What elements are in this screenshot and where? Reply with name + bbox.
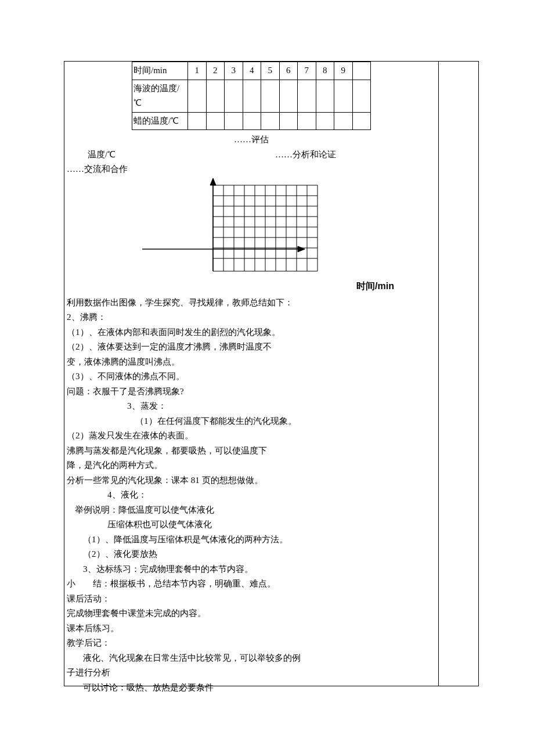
- data-table: 时间/min 1 2 3 4 5 6 7 8 9 海波的温度/℃: [132, 62, 371, 130]
- text-line: 2、沸腾：: [67, 310, 436, 325]
- col-8: 8: [316, 62, 334, 80]
- row-header-haibo: 海波的温度/℃: [132, 80, 188, 112]
- table-row: 蜡的温度/℃: [132, 112, 371, 130]
- page: 时间/min 1 2 3 4 5 6 7 8 9 海波的温度/℃: [0, 0, 534, 756]
- body-text: 利用数据作出图像，学生探究、寻找规律，教师总结如下： 2、沸腾： （1）、在液体…: [67, 296, 436, 696]
- text-line: 分析一些常见的汽化现象：课本 81 页的想想做做。: [67, 473, 436, 488]
- time-axis-label: 时间/min: [356, 278, 394, 294]
- col-empty: [352, 62, 371, 80]
- text-line: 降，是汽化的两种方式。: [67, 458, 436, 473]
- temp-axis-label: 温度/℃: [67, 147, 116, 163]
- col-1: 1: [188, 62, 207, 80]
- graph-grid-icon: [136, 178, 386, 280]
- text-line: 完成物理套餐中课堂未完成的内容。: [67, 606, 436, 621]
- row-header-time: 时间/min: [132, 62, 188, 80]
- col-9: 9: [334, 62, 353, 80]
- analyze-line: ……分析和论证: [275, 147, 436, 163]
- text-line: 利用数据作出图像，学生探究、寻找规律，教师总结如下：: [67, 296, 436, 311]
- graph-area: 时间/min: [67, 178, 436, 294]
- text-line: 问题：衣服干了是否沸腾现象?: [67, 384, 436, 399]
- col-6: 6: [279, 62, 298, 80]
- text-line: 4、液化：: [67, 488, 436, 503]
- col-5: 5: [261, 62, 280, 80]
- row-header-wax: 蜡的温度/℃: [132, 112, 188, 130]
- text-line: 变，液体沸腾的温度叫沸点。: [67, 355, 436, 370]
- text-line: （2）、液化要放热: [67, 547, 436, 562]
- label-row: 温度/℃ ……分析和论证: [67, 147, 436, 163]
- text-line: 液化、汽化现象在日常生活中比较常见，可以举较多的例: [67, 651, 436, 666]
- text-line: （1）、降低温度与压缩体积是气体液化的两种方法。: [67, 532, 436, 548]
- text-line: （1）在任何温度下都能发生的汽化现象。: [67, 414, 436, 429]
- col-2: 2: [206, 62, 225, 80]
- text-line: （2）、液体要达到一定的温度才沸腾，沸腾时温度不: [67, 340, 436, 355]
- text-line: 3、蒸发：: [67, 399, 436, 414]
- evaluate-line: ……评估: [67, 132, 436, 147]
- svg-marker-23: [298, 246, 305, 252]
- text-line: 3、达标练习：完成物理套餐中的本节内容。: [67, 562, 436, 577]
- text-line: 教学后记：: [67, 636, 436, 651]
- text-line: 压缩体积也可以使气体液化: [67, 517, 436, 532]
- text-line: 子进行分析: [67, 665, 436, 681]
- text-line: （3）、不同液体的沸点不同。: [67, 369, 436, 384]
- text-line: 沸腾与蒸发都是汽化现象，都要吸热，可以使温度下: [67, 444, 436, 459]
- col-3: 3: [225, 62, 243, 80]
- text-line: 课后活动：: [67, 592, 436, 607]
- text-line: 课本后练习。: [67, 621, 436, 636]
- side-empty-cell: [439, 62, 478, 686]
- table-row: 时间/min 1 2 3 4 5 6 7 8 9: [132, 62, 371, 80]
- main-content-cell: 时间/min 1 2 3 4 5 6 7 8 9 海波的温度/℃: [64, 62, 439, 686]
- text-line: （1）、在液体内部和表面同时发生的剧烈的汽化现象。: [67, 325, 436, 340]
- svg-marker-21: [210, 178, 216, 185]
- text-line: （2）蒸发只发生在液体的表面。: [67, 429, 436, 444]
- col-7: 7: [298, 62, 316, 80]
- text-line: 可以讨论：吸热、放热是必要条件: [67, 681, 436, 696]
- coop-line: ……交流和合作: [67, 162, 436, 177]
- outer-frame: 时间/min 1 2 3 4 5 6 7 8 9 海波的温度/℃: [64, 61, 479, 686]
- text-line: 小 结：根据板书，总结本节内容，明确重、难点。: [67, 577, 436, 592]
- text-line: 举例说明：降低温度可以使气体液化: [67, 503, 436, 518]
- col-4: 4: [243, 62, 261, 80]
- table-row: 海波的温度/℃: [132, 80, 371, 112]
